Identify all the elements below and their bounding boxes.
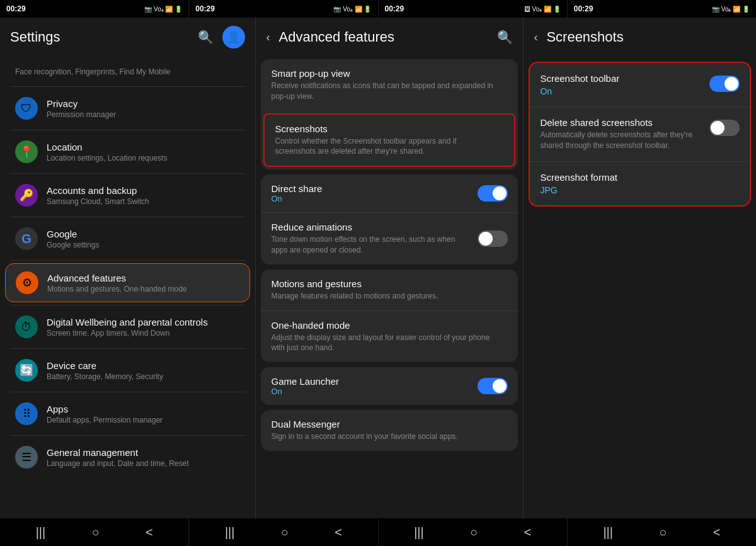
google-title: Google <box>47 229 240 239</box>
game-launcher-toggle[interactable] <box>478 378 508 394</box>
feature-card-2: Direct share On Reduce animations Tone d… <box>261 174 518 264</box>
back-arrow-advanced[interactable]: ‹ <box>266 31 270 44</box>
delete-shared-toggle[interactable] <box>709 120 740 136</box>
separator-6 <box>10 305 245 305</box>
time-4: 00:29 <box>574 4 593 13</box>
home-btn-2[interactable]: ○ <box>276 520 294 545</box>
status-bars: 00:29 📷 Vo₄ 📶 🔋 00:29 📷 Vo₄ 📶 🔋 00:29 🖼 … <box>0 0 756 18</box>
accounts-title: Accounts and backup <box>47 185 240 196</box>
game-launcher-knob <box>493 379 507 393</box>
advanced-icon: ⚙ <box>16 271 38 294</box>
general-subtitle: Language and input, Date and time, Reset <box>47 459 240 468</box>
time-1: 00:29 <box>6 4 26 13</box>
motions-item[interactable]: Motions and gestures Manage features rel… <box>261 270 518 310</box>
home-btn-4[interactable]: ○ <box>654 520 672 545</box>
sidebar-item-accounts[interactable]: 🔑 Accounts and backup Samsung Cloud, Sma… <box>5 176 250 214</box>
face-label: Face recognition, Fingerprints, Find My … <box>15 67 240 76</box>
settings-list: Face recognition, Fingerprints, Find My … <box>0 55 255 518</box>
time-2: 00:29 <box>195 4 215 13</box>
sidebar-item-wellbeing[interactable]: ⏱ Digital Wellbeing and parental control… <box>5 308 250 346</box>
location-subtitle: Location settings, Location requests <box>47 154 240 162</box>
screenshot-toolbar-toggle[interactable] <box>709 76 740 92</box>
recent-btn-2[interactable]: ||| <box>220 520 240 545</box>
direct-share-status: On <box>271 194 471 203</box>
back-btn-3[interactable]: < <box>518 520 536 545</box>
sidebar-item-privacy[interactable]: 🛡 Privacy Permission manager <box>5 89 250 127</box>
location-icon: 📍 <box>15 140 38 163</box>
screenshot-toolbar-status: On <box>540 86 709 96</box>
sidebar-item-google[interactable]: G Google Google settings <box>5 220 250 258</box>
bottom-nav-1: ||| ○ < <box>0 518 189 546</box>
one-handed-title: One-handed mode <box>271 320 501 331</box>
privacy-icon: 🛡 <box>15 97 38 120</box>
wellbeing-subtitle: Screen time, App timers, Wind Down <box>47 329 240 338</box>
screenshot-toolbar-item[interactable]: Screenshot toolbar On <box>530 63 750 106</box>
dual-messenger-title: Dual Messenger <box>271 419 501 429</box>
status-bar-1: 00:29 📷 Vo₄ 📶 🔋 <box>0 0 189 18</box>
direct-share-item[interactable]: Direct share On <box>261 174 518 212</box>
home-btn-1[interactable]: ○ <box>87 520 105 545</box>
reduce-animations-item[interactable]: Reduce animations Tone down motion effec… <box>261 212 518 264</box>
screenshots-panel-title: Screenshots <box>546 29 623 45</box>
apps-title: Apps <box>47 404 240 414</box>
delete-shared-item[interactable]: Delete shared screenshots Automatically … <box>530 106 750 161</box>
sidebar-item-advanced[interactable]: ⚙ Advanced features Motions and gestures… <box>5 263 250 302</box>
accounts-icon: 🔑 <box>15 184 38 207</box>
search-icon[interactable]: 🔍 <box>198 30 214 45</box>
direct-share-toggle[interactable] <box>478 185 508 202</box>
reduce-animations-toggle[interactable] <box>478 230 508 247</box>
one-handed-item[interactable]: One-handed mode Adjust the display size … <box>261 310 518 363</box>
back-btn-4[interactable]: < <box>708 520 726 545</box>
settings-header: Settings 🔍 👤 <box>0 18 255 55</box>
status-icons-3: 🖼 Vo₄ 📶 🔋 <box>524 6 561 13</box>
panel-settings: Settings 🔍 👤 Face recognition, Fingerpri… <box>0 18 256 518</box>
sidebar-item-general[interactable]: ☰ General management Language and input,… <box>5 438 250 476</box>
panel-advanced: ‹ Advanced features 🔍 Smart pop-up view … <box>256 18 524 518</box>
separator-7 <box>10 348 245 349</box>
recent-btn-1[interactable]: ||| <box>31 520 51 545</box>
panels: Settings 🔍 👤 Face recognition, Fingerpri… <box>0 18 756 518</box>
status-icons-4: 📷 Vo₄ 📶 🔋 <box>712 6 750 13</box>
delete-shared-subtitle: Automatically delete screenshots after t… <box>540 130 703 151</box>
game-launcher-item[interactable]: Game Launcher On <box>261 367 518 405</box>
direct-share-knob <box>493 186 507 200</box>
motions-subtitle: Manage features related to motions and g… <box>271 291 501 302</box>
one-handed-subtitle: Adjust the display size and layout for e… <box>271 333 501 354</box>
screenshot-toolbar-knob <box>724 77 738 91</box>
search-icon-advanced[interactable]: 🔍 <box>497 30 513 45</box>
screenshots-item[interactable]: Screenshots Control whether the Screensh… <box>263 113 515 168</box>
bottom-bars: ||| ○ < ||| ○ < ||| ○ < ||| ○ < <box>0 518 756 546</box>
profile-avatar[interactable]: 👤 <box>222 26 245 48</box>
feature-card-1: Smart pop-up view Receive notifications … <box>261 59 518 169</box>
sidebar-item-apps[interactable]: ⠿ Apps Default apps, Permission manager <box>5 395 250 433</box>
home-btn-3[interactable]: ○ <box>465 520 483 545</box>
back-btn-1[interactable]: < <box>140 520 158 545</box>
status-icons-1: 📷 Vo₄ 📶 🔋 <box>144 6 182 13</box>
screenshots-header: ‹ Screenshots <box>524 18 756 55</box>
sidebar-item-face[interactable]: Face recognition, Fingerprints, Find My … <box>5 59 250 84</box>
back-arrow-screenshots[interactable]: ‹ <box>534 31 537 44</box>
screenshot-format-item[interactable]: Screenshot format JPG <box>530 161 750 205</box>
advanced-feature-list: Smart pop-up view Receive notifications … <box>256 55 523 518</box>
recent-btn-3[interactable]: ||| <box>409 520 429 545</box>
time-3: 00:29 <box>385 4 404 13</box>
screenshots-content: Screenshot toolbar On Delete shared scre… <box>524 55 756 518</box>
device-care-subtitle: Battery, Storage, Memory, Security <box>47 372 240 381</box>
sidebar-item-device-care[interactable]: 🔄 Device care Battery, Storage, Memory, … <box>5 351 250 389</box>
screenshot-toolbar-title: Screenshot toolbar <box>540 73 709 84</box>
smart-popup-subtitle: Receive notifications as icons that can … <box>271 81 501 102</box>
dual-messenger-item[interactable]: Dual Messenger Sign in to a second accou… <box>261 410 518 451</box>
advanced-title: Advanced features <box>47 273 239 283</box>
status-bar-3: 00:29 🖼 Vo₄ 📶 🔋 <box>379 0 568 18</box>
recent-btn-4[interactable]: ||| <box>598 520 618 545</box>
smart-popup-item[interactable]: Smart pop-up view Receive notifications … <box>261 59 518 111</box>
status-bar-4: 00:29 📷 Vo₄ 📶 🔋 <box>568 0 756 18</box>
feature-card-5: Dual Messenger Sign in to a second accou… <box>261 410 518 451</box>
back-btn-2[interactable]: < <box>329 520 347 545</box>
separator-3 <box>10 173 245 174</box>
google-subtitle: Google settings <box>47 241 240 249</box>
separator-9 <box>10 435 245 436</box>
game-launcher-status: On <box>271 387 471 396</box>
sidebar-item-location[interactable]: 📍 Location Location settings, Location r… <box>5 133 250 171</box>
privacy-subtitle: Permission manager <box>47 110 240 119</box>
